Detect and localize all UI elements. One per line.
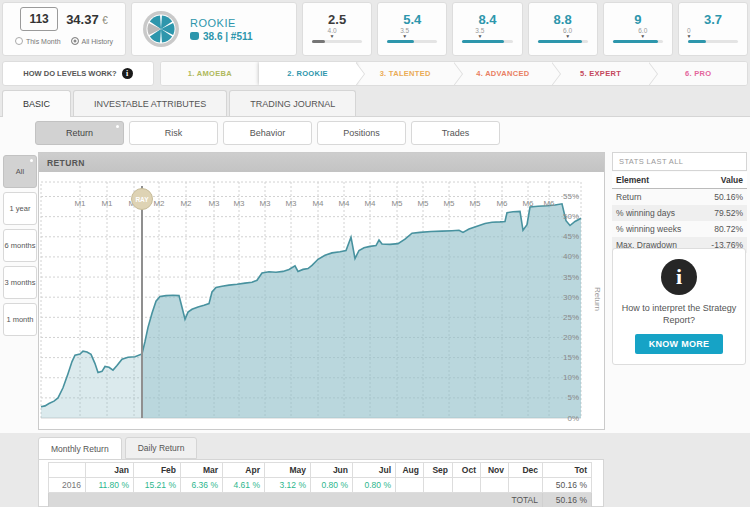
return-chart-svg[interactable]: M1M1M1M2M2M3M3M3M3M4M4M4M5M5M5M5M6M6M6RA… — [39, 172, 604, 427]
gauge-bar-row: 3.5▼ — [462, 28, 512, 45]
gauge-bar-fill — [613, 40, 658, 43]
gauge-bar-row: 6.0▼ — [538, 28, 588, 45]
how-do-levels-work-button[interactable]: HOW DO LEVELS WORK? i — [2, 61, 154, 86]
filter-6-months[interactable]: 6 months — [3, 229, 37, 262]
gauge-value: 2.5 — [312, 12, 362, 27]
benchmark-marker-icon: ▼ — [638, 34, 647, 39]
level-segment-4[interactable]: 4. ADVANCED — [454, 62, 552, 85]
month-column-header: Jul — [353, 463, 396, 478]
radio-all-history[interactable]: All History — [71, 37, 114, 45]
benchmark-marker-icon: ▼ — [400, 34, 409, 39]
month-column-header: Tot — [543, 463, 592, 478]
stats-panel: STATS LAST ALL Element Value Return50.16… — [612, 152, 747, 253]
month-column-header: Feb — [134, 463, 181, 478]
level-badge-card: ROOKIE 38.6 | #511 — [131, 2, 297, 56]
table-row: 201611.80 %15.21 %6.36 %4.61 %3.12 %0.80… — [49, 478, 592, 493]
value-cell: 3.12 % — [265, 478, 311, 493]
svg-text:25%: 25% — [563, 313, 579, 322]
svg-text:M3: M3 — [208, 199, 220, 208]
gauge-value: 3.7 — [688, 12, 738, 27]
svg-text:M5: M5 — [443, 199, 455, 208]
gauge-bar-row: 0▼ — [688, 28, 738, 45]
gauge-bar-fill — [688, 40, 707, 43]
svg-text:M5: M5 — [417, 199, 429, 208]
info-text: How to interpret the Strategy Report? — [621, 303, 737, 326]
value-cell — [453, 478, 481, 493]
level-badge-text: ROOKIE 38.6 | #511 — [190, 17, 253, 42]
stats-value: 79.52% — [700, 205, 747, 221]
gauge-card-3: 8.43.5▼ — [452, 2, 522, 56]
year-cell: 2016 — [49, 478, 86, 493]
subtab-trades[interactable]: Trades — [411, 121, 500, 145]
filter-1-month[interactable]: 1 month — [3, 303, 37, 336]
info-circle-icon: i — [661, 259, 697, 295]
month-column-header: Oct — [453, 463, 481, 478]
stats-element: % winning days — [612, 205, 700, 221]
stats-element: Return — [612, 189, 700, 206]
gauge-card-5: 96.0▼ — [603, 2, 673, 56]
period-radios: This Month All History — [9, 37, 119, 45]
count-box: 113 — [20, 7, 58, 31]
svg-text:M2: M2 — [180, 199, 192, 208]
benchmark-marker-icon: ▼ — [475, 34, 484, 39]
gauge-benchmark: 3.5▼ — [475, 28, 484, 39]
filter-1-year[interactable]: 1 year — [3, 192, 37, 225]
gauge-value: 8.8 — [538, 12, 588, 27]
chart-title: RETURN — [39, 153, 604, 172]
filter-3-months[interactable]: 3 months — [3, 266, 37, 299]
gauge-card-6: 3.70▼ — [678, 2, 748, 56]
stats-row: % winning weeks80.72% — [612, 221, 747, 237]
svg-text:45%: 45% — [563, 232, 579, 241]
monthly-return-table: JanFebMarAprMayJunJulAugSepOctNovDecTot … — [48, 462, 592, 507]
tab-basic[interactable]: BASIC — [2, 90, 71, 117]
month-column-header: Jan — [86, 463, 134, 478]
know-more-button[interactable]: KNOW MORE — [635, 334, 724, 354]
value-cell: 11.80 % — [86, 478, 134, 493]
svg-text:M4: M4 — [312, 199, 324, 208]
svg-text:M6: M6 — [496, 199, 508, 208]
svg-text:15%: 15% — [563, 353, 579, 362]
gauge-benchmark: 0▼ — [686, 28, 691, 39]
tab-trading-journal[interactable]: TRADING JOURNAL — [229, 90, 356, 116]
level-wheel-icon — [142, 10, 180, 48]
month-column-header: Apr — [223, 463, 265, 478]
value-cell: 4.61 % — [223, 478, 265, 493]
subtab-behavior[interactable]: Behavior — [223, 121, 312, 145]
value-cell — [481, 478, 509, 493]
radio-all-history-icon[interactable] — [71, 37, 79, 45]
gauge-card-1: 2.54.0▼ — [302, 2, 372, 56]
radio-this-month-icon[interactable] — [15, 37, 23, 45]
summary-card: 113 34.37 € This Month All History — [2, 2, 126, 56]
level-segment-1[interactable]: 1. AMOEBA — [161, 62, 259, 85]
gauge-card-4: 8.86.0▼ — [528, 2, 598, 56]
level-segment-3[interactable]: 3. TALENTED — [356, 62, 454, 85]
filter-all[interactable]: All — [3, 155, 37, 188]
level-segment-2[interactable]: 2. ROOKIE — [259, 62, 357, 85]
level-segment-5[interactable]: 5. EXPERT — [552, 62, 650, 85]
tab-monthly-return[interactable]: Monthly Return — [38, 437, 122, 460]
svg-text:M3: M3 — [285, 199, 297, 208]
month-column-header: Aug — [396, 463, 424, 478]
value-cell: 50.16 % — [543, 478, 592, 493]
subtab-positions[interactable]: Positions — [317, 121, 406, 145]
gauge-bar — [538, 40, 588, 43]
radio-this-month[interactable]: This Month — [15, 37, 61, 45]
month-column-header: May — [265, 463, 311, 478]
svg-text:5%: 5% — [567, 393, 579, 402]
value-cell: 6.36 % — [181, 478, 223, 493]
level-segment-6[interactable]: 6. PRO — [649, 62, 747, 85]
top-bar: 113 34.37 € This Month All History ROOKI… — [2, 2, 748, 56]
svg-text:M3: M3 — [259, 199, 271, 208]
tab-investable-attributes[interactable]: INVESTABLE ATTRIBUTES — [73, 90, 227, 116]
month-column-header: Dec — [509, 463, 543, 478]
subtab-risk[interactable]: Risk — [129, 121, 218, 145]
benchmark-marker-icon: ▼ — [686, 34, 691, 39]
stats-table: Element Value Return50.16%% winning days… — [612, 172, 747, 253]
benchmark-marker-icon: ▼ — [328, 34, 337, 39]
stats-row: % winning days79.52% — [612, 205, 747, 221]
tab-daily-return[interactable]: Daily Return — [125, 437, 198, 459]
subtab-return[interactable]: Return — [35, 121, 124, 145]
return-table-tabs: Monthly ReturnDaily Return — [38, 437, 200, 460]
gauge-bar — [688, 40, 738, 43]
gauge-cards: 2.54.0▼5.43.5▼8.43.5▼8.86.0▼96.0▼3.70▼ — [302, 2, 748, 56]
